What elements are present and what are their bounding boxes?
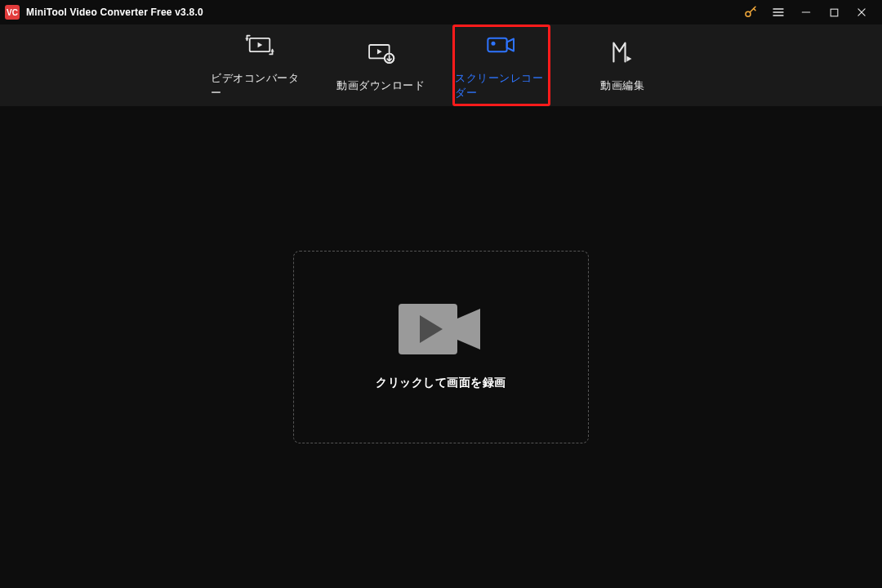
top-tab-bar: ビデオコンバーター 動画ダウンロード (0, 24, 882, 106)
tab-label: ビデオコンバーター (211, 71, 309, 100)
tab-label: 動画編集 (600, 78, 644, 93)
tab-video-editor[interactable]: 動画編集 (573, 24, 671, 106)
close-button[interactable] (848, 0, 875, 24)
app-logo-icon: VC (5, 5, 20, 20)
tab-label: スクリーンレコーダー (455, 71, 548, 100)
svg-point-16 (492, 42, 496, 46)
tab-video-download[interactable]: 動画ダウンロード (332, 24, 430, 106)
minimize-button[interactable] (792, 0, 820, 24)
menu-button[interactable] (764, 0, 792, 24)
download-icon (366, 38, 395, 67)
video-editor-icon (609, 38, 635, 67)
main-content: クリックして画面を録画 (0, 106, 882, 588)
svg-marker-19 (457, 309, 480, 350)
title-bar: VC MiniTool Video Converter Free v3.8.0 (0, 0, 882, 24)
upgrade-key-icon[interactable] (737, 0, 764, 24)
tab-video-converter[interactable]: ビデオコンバーター (211, 24, 309, 106)
svg-marker-15 (507, 39, 514, 51)
svg-marker-17 (626, 56, 631, 61)
screen-recorder-icon (485, 30, 518, 60)
svg-rect-5 (831, 9, 838, 16)
convert-icon (245, 30, 274, 60)
app-title: MiniTool Video Converter Free v3.8.0 (26, 7, 203, 18)
app-window: VC MiniTool Video Converter Free v3.8.0 (0, 0, 882, 588)
svg-marker-11 (377, 49, 382, 55)
maximize-button[interactable] (820, 0, 848, 24)
record-screen-area[interactable]: クリックして画面を録画 (293, 251, 589, 443)
tab-screen-recorder[interactable]: スクリーンレコーダー (452, 24, 550, 106)
camera-play-icon (399, 304, 483, 358)
record-prompt-text: クリックして画面を録画 (376, 376, 506, 390)
tab-label: 動画ダウンロード (336, 78, 425, 93)
svg-rect-14 (488, 38, 506, 52)
svg-marker-9 (258, 42, 263, 48)
